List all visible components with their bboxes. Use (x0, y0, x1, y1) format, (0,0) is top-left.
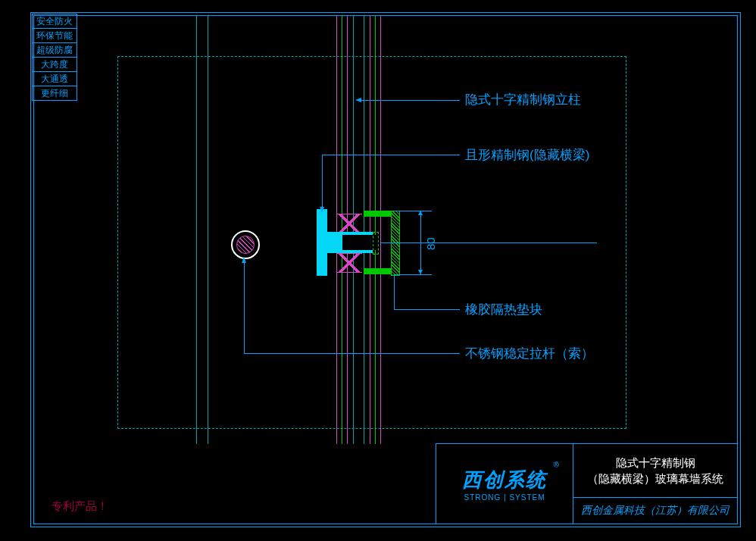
glass-edge (208, 15, 208, 444)
leader-line (244, 261, 245, 353)
label-column: 隐式十字精制钢立柱 (465, 91, 581, 108)
feature-tag-list: 安全防火 环保节能 超级防腐 大跨度 大通透 更纤细 (32, 14, 77, 101)
dim-extension (394, 274, 432, 275)
label-rod: 不锈钢稳定拉杆（索） (465, 345, 594, 362)
bolt (373, 232, 379, 255)
tag-item: 大跨度 (32, 58, 77, 72)
patent-note: 专利产品！ (52, 499, 108, 514)
tag-item: 环保节能 (32, 29, 77, 43)
leader-line (380, 242, 597, 243)
glass-edge (196, 15, 197, 444)
steel-web-void (342, 235, 376, 250)
leader-line (244, 353, 460, 354)
cap-plate-bottom (364, 268, 391, 274)
label-beam: 且形精制钢(隐藏横梁) (465, 146, 589, 164)
title-line2: （隐藏横梁）玻璃幕墙系统 (587, 471, 723, 486)
rod-section-icon (231, 230, 260, 259)
drawing-title: 隐式十字精制钢 （隐藏横梁）玻璃幕墙系统 (573, 444, 737, 498)
tag-item: 安全防火 (32, 14, 77, 29)
leader-line (394, 309, 460, 310)
dim-arrow-icon (418, 211, 423, 215)
leader-line (322, 155, 460, 155)
cap-plate-top (364, 211, 391, 217)
leader-arrow-icon (355, 98, 361, 102)
logo-text: 西创系统 (462, 467, 547, 493)
tag-item: 大通透 (32, 72, 77, 86)
leader-arrow-icon (242, 257, 246, 263)
title-right: 隐式十字精制钢 （隐藏横梁）玻璃幕墙系统 西创金属科技（江苏）有限公司 (573, 444, 737, 524)
leader-line (360, 100, 460, 101)
dim-extension (394, 211, 432, 211)
leader-line (322, 155, 323, 211)
registered-icon: ® (554, 461, 559, 469)
label-rubber: 橡胶隔热垫块 (465, 301, 542, 318)
dim-arrow-icon (418, 270, 423, 274)
tag-item: 更纤细 (32, 86, 77, 101)
pressure-plate (391, 211, 400, 276)
dimension-value: 80 (424, 237, 437, 250)
tag-item: 超级防腐 (32, 43, 77, 58)
logo-cell: ® 西创系统 STRONG | SYSTEM (436, 444, 573, 524)
title-line1: 隐式十字精制钢 (616, 455, 695, 471)
logo-subtext: STRONG | SYSTEM (464, 493, 545, 502)
title-block: ® 西创系统 STRONG | SYSTEM 隐式十字精制钢 （隐藏横梁）玻璃幕… (436, 443, 738, 524)
gasket-top (336, 214, 362, 233)
leader-line (394, 276, 395, 309)
leader-arrow-icon (320, 207, 324, 213)
company-name: 西创金属科技（江苏）有限公司 (573, 498, 737, 524)
gasket-bottom (336, 253, 362, 273)
